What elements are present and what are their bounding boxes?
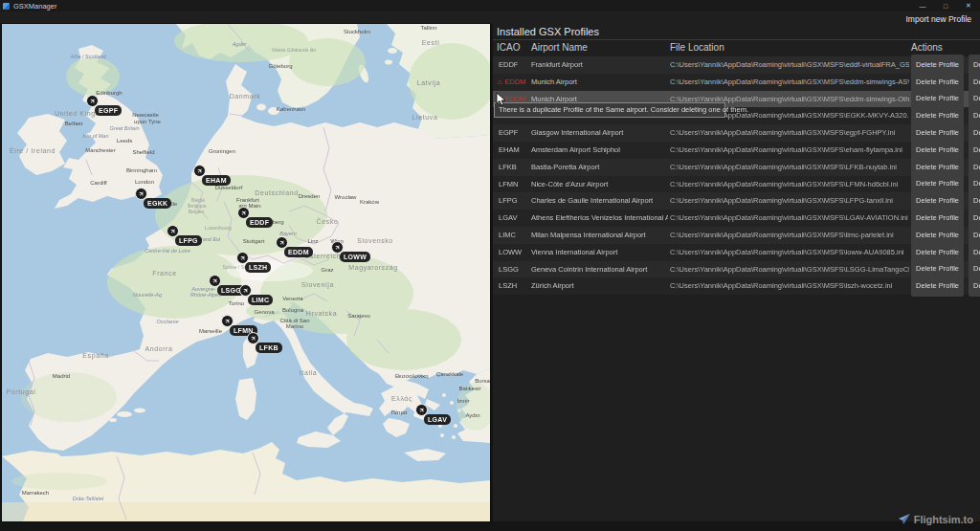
airport-name-cell: Munich Airport [531, 74, 668, 91]
marker-icao-label: EDDF [246, 217, 273, 228]
icao-text: EGPF [499, 128, 518, 137]
file-location-cell: C:\Users\Yannik\AppData\Roaming\virtuali… [670, 210, 909, 227]
table-row[interactable]: EHAM Amsterdam Airport Schiphol C:\Users… [493, 142, 980, 159]
marker-icao-label: LGAV [424, 414, 451, 425]
airport-name-cell: Charles de Gaulle International Airport [531, 192, 668, 210]
flightsim-to-logo[interactable]: Flightsim.to [899, 514, 973, 525]
icao-text: LFPG [499, 196, 518, 205]
actions-cell: Delete Profile Details [911, 277, 980, 295]
icao-cell: ⚠EDDM [497, 74, 529, 91]
icao-cell: LFMN [497, 176, 529, 193]
details-button[interactable]: Details [969, 276, 980, 297]
delete-profile-button[interactable]: Delete Profile [911, 276, 964, 297]
table-row[interactable]: LIMC Milan Malpensa International Airpor… [493, 227, 980, 244]
file-location-cell: C:\Users\Yannik\AppData\Roaming\virtuali… [670, 159, 909, 176]
airport-name-cell: Zürich Airport [531, 277, 668, 295]
icao-cell: LOWW [497, 244, 529, 261]
table-row[interactable]: LOWW Vienna International Airport C:\Use… [493, 244, 980, 261]
table-row[interactable]: ⚠EDDM Munich Airport C:\Users\Yannik\App… [493, 74, 980, 91]
icao-text: LSZH [499, 281, 517, 290]
profiles-table: EDDF Frankfurt Airport C:\Users\Yannik\A… [493, 56, 980, 295]
marker-icao-label: LSZH [245, 262, 271, 273]
panel-title: Installed GSX Profiles [493, 24, 980, 40]
icao-text: EHAM [499, 145, 520, 154]
airport-name-cell: Glasgow International Airport [531, 124, 668, 142]
file-location-cell: C:\Users\Yannik\AppData\Roaming\virtuali… [670, 56, 909, 74]
window-title: GSXManager [13, 2, 56, 11]
map-canvas [2, 24, 490, 521]
table-row[interactable]: LSZH Zürich Airport C:\Users\Yannik\AppD… [493, 277, 980, 295]
column-airport-name: Airport Name [531, 42, 588, 53]
marker-icao-label: LIMC [248, 295, 273, 305]
marker-icao-label: EGPF [95, 105, 122, 116]
airport-name-cell: Geneva Cointrin International Airport [531, 261, 668, 278]
airport-name-cell: Milan Malpensa International Airport [531, 227, 668, 244]
table-row[interactable]: EDDF Frankfurt Airport C:\Users\Yannik\A… [493, 56, 980, 74]
marker-icao-label: EGKK [144, 198, 171, 209]
file-location-cell: C:\Users\Yannik\AppData\Roaming\virtuali… [670, 227, 909, 244]
table-row[interactable]: LGAV Athens Eleftherios Venizelos Intern… [493, 210, 980, 227]
table-row[interactable]: LFPG Charles de Gaulle International Air… [493, 192, 980, 210]
file-location-cell: C:\Users\Yannik\AppData\Roaming\virtuali… [670, 124, 909, 142]
icao-cell: EDDF [497, 56, 529, 74]
brand-text: Flightsim.to [914, 514, 973, 525]
column-actions: Actions [911, 42, 943, 53]
file-location-cell: C:\Users\Yannik\AppData\Roaming\virtuali… [670, 277, 909, 295]
minimize-icon[interactable]: — [911, 0, 934, 11]
profiles-panel: Installed GSX Profiles ICAO Airport Name… [493, 24, 980, 521]
file-location-cell: C:\Users\Yannik\AppData\Roaming\virtuali… [670, 244, 909, 261]
icao-text: LIMC [499, 231, 516, 239]
warning-icon: ⚠ [497, 96, 502, 102]
table-row[interactable]: LFMN Nice-Côte d'Azur Airport C:\Users\Y… [493, 176, 980, 193]
marker-icao-label: EHAM [202, 175, 231, 186]
icao-text: EDDF [499, 60, 518, 69]
titlebar: GSXManager — □ ✕ [0, 0, 980, 11]
column-icao: ICAO [497, 42, 520, 53]
icao-cell: LFPG [497, 192, 529, 210]
airport-name-cell: Athens Eleftherios Venizelos Internation… [531, 210, 668, 227]
icao-text: EDDM [504, 77, 525, 86]
icao-text: LFMN [499, 180, 518, 188]
file-location-cell: C:\Users\Yannik\AppData\Roaming\virtuali… [670, 192, 909, 210]
icao-text: LSGG [499, 265, 519, 274]
icao-text: LOWW [499, 248, 522, 256]
marker-icao-label: EDDM [284, 247, 313, 257]
close-icon[interactable]: ✕ [957, 0, 980, 11]
file-location-cell: C:\Users\Yannik\AppData\Roaming\virtuali… [670, 261, 909, 278]
airport-name-cell: Frankfurt Airport [531, 56, 668, 74]
toolbar: Import new Profile [0, 11, 980, 24]
icao-cell: EHAM [497, 142, 529, 159]
marker-icao-label: LOWW [340, 252, 370, 262]
icao-cell: LSZH [497, 277, 529, 295]
marker-icao-label: LFPG [175, 235, 202, 246]
duplicate-profile-tooltip: There is a duplicate Profile of the Same… [494, 102, 725, 118]
marker-icao-label: LFKB [256, 343, 282, 353]
file-location-cell: C:\Users\Yannik\AppData\Roaming\virtuali… [670, 176, 909, 193]
icao-cell: LSGG [497, 261, 529, 278]
warning-icon: ⚠ [497, 78, 502, 85]
icao-cell: LIMC [497, 227, 529, 244]
table-row[interactable]: LSGG Geneva Cointrin International Airpo… [493, 261, 980, 278]
maximize-icon[interactable]: □ [934, 0, 957, 11]
europe-map[interactable]: StockholmTallinnEestiLatvijaLietuvaGöteb… [2, 24, 490, 521]
airport-name-cell: Amsterdam Airport Schiphol [531, 142, 668, 159]
file-location-cell: C:\Users\Yannik\AppData\Roaming\virtuali… [670, 74, 909, 91]
paper-plane-icon [899, 514, 911, 525]
icao-text: LFKB [499, 163, 517, 171]
column-file-location: File Location [670, 42, 724, 53]
window-controls: — □ ✕ [911, 0, 980, 11]
icao-cell: EGPF [497, 124, 529, 142]
airport-name-cell: Vienna International Airport [531, 244, 668, 261]
icao-cell: LGAV [497, 210, 529, 227]
app-window-icon [3, 3, 10, 10]
airport-name-cell: Bastia-Poretta Airport [531, 159, 668, 176]
table-row[interactable]: LFKB Bastia-Poretta Airport C:\Users\Yan… [493, 159, 980, 176]
table-row[interactable]: EGPF Glasgow International Airport C:\Us… [493, 124, 980, 142]
file-location-cell: C:\Users\Yannik\AppData\Roaming\virtuali… [670, 142, 909, 159]
airport-name-cell: Nice-Côte d'Azur Airport [531, 176, 668, 193]
icao-text: LGAV [499, 213, 517, 222]
table-header: ICAO Airport Name File Location Actions [493, 40, 980, 56]
icao-cell: LFKB [497, 159, 529, 176]
